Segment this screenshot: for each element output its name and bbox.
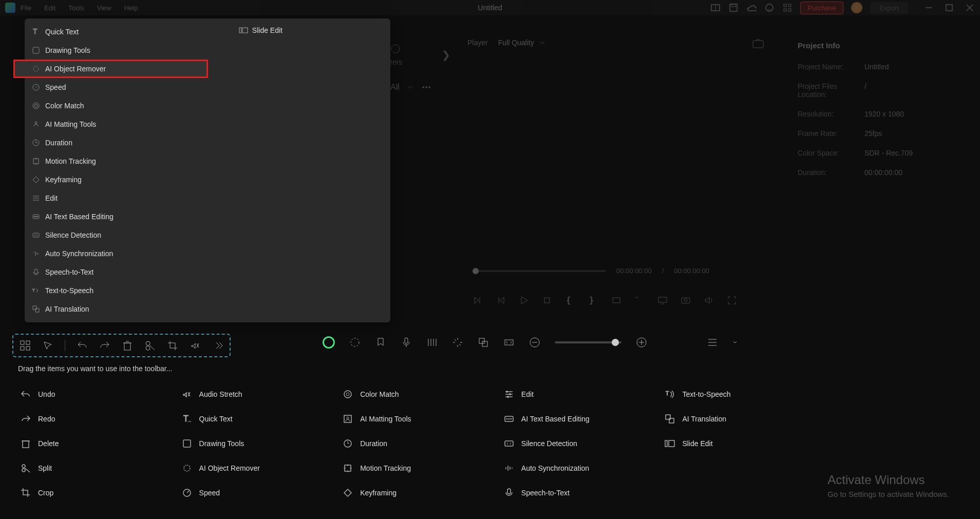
customize-item-crop[interactable]: Crop bbox=[18, 483, 169, 503]
chevron-down-icon[interactable] bbox=[732, 340, 738, 345]
text-to-speech-menu-item[interactable]: T Text-to-Speech bbox=[25, 281, 390, 300]
save-icon[interactable] bbox=[728, 3, 739, 13]
customize-item-matting[interactable]: AI Matting Tools bbox=[340, 409, 491, 429]
aspect-chevron-icon[interactable] bbox=[634, 295, 645, 305]
cloud-icon[interactable] bbox=[746, 3, 757, 13]
mark-out-icon[interactable]: } bbox=[588, 295, 598, 305]
more-icon[interactable] bbox=[421, 82, 431, 92]
fit-icon[interactable] bbox=[503, 337, 515, 348]
quick-text-menu-item[interactable]: T Quick Text bbox=[25, 23, 390, 41]
more-icon[interactable] bbox=[212, 340, 223, 351]
customize-item-speed[interactable]: Speed bbox=[179, 483, 330, 503]
customize-item-tracking[interactable]: Motion Tracking bbox=[340, 458, 491, 478]
light-icon[interactable] bbox=[452, 337, 463, 348]
menu-edit[interactable]: Edit bbox=[44, 4, 55, 12]
zoom-handle[interactable] bbox=[612, 339, 619, 346]
customize-item-translate[interactable]: AI Translation bbox=[662, 409, 813, 429]
mic-icon[interactable] bbox=[401, 337, 412, 348]
play-icon[interactable] bbox=[519, 295, 529, 305]
cursor-icon[interactable] bbox=[42, 340, 53, 351]
customize-item-keyframe[interactable]: Keyframing bbox=[340, 483, 491, 503]
silence-detection-menu-item[interactable]: Silence Detection bbox=[25, 226, 390, 244]
aspect-icon[interactable] bbox=[611, 295, 621, 305]
customize-item-duration[interactable]: Duration bbox=[340, 433, 491, 454]
audio-stretch-icon[interactable] bbox=[190, 340, 201, 351]
customize-item-tts[interactable]: TText-to-Speech bbox=[662, 384, 813, 405]
apps-icon[interactable] bbox=[782, 3, 793, 13]
zoom-out-icon[interactable] bbox=[529, 337, 540, 348]
customize-item-stt[interactable]: Speech-to-Text bbox=[501, 483, 652, 503]
customize-item-undo[interactable]: Undo bbox=[18, 384, 169, 405]
maximize-icon[interactable] bbox=[944, 3, 954, 13]
playback-handle[interactable] bbox=[473, 268, 479, 274]
mark-in-icon[interactable]: { bbox=[565, 295, 575, 305]
snapshot-icon[interactable] bbox=[752, 39, 764, 51]
color-match-menu-item[interactable]: Color Match bbox=[25, 97, 390, 115]
split-icon[interactable] bbox=[144, 340, 156, 351]
customize-item-aitext[interactable]: AI Text Based Editing bbox=[501, 409, 652, 429]
customize-item-slide[interactable]: Slide Edit bbox=[662, 433, 813, 454]
all-dropdown[interactable]: All bbox=[390, 83, 400, 92]
layout-icon[interactable] bbox=[710, 3, 721, 13]
quality-select[interactable]: Full Quality bbox=[498, 39, 545, 47]
zoom-in-icon[interactable] bbox=[636, 337, 647, 348]
stop-icon[interactable] bbox=[542, 295, 552, 305]
marker-icon[interactable] bbox=[375, 337, 386, 348]
support-icon[interactable] bbox=[764, 3, 775, 13]
nav-arrow[interactable]: ❯ bbox=[442, 49, 450, 61]
titlebar: File Edit Tools View Help Untitled Purch… bbox=[0, 0, 980, 15]
customize-item-remove[interactable]: AI Object Remover bbox=[179, 458, 330, 478]
customize-item-split[interactable]: Split bbox=[18, 458, 169, 478]
purchase-button[interactable]: Purchase bbox=[800, 2, 844, 14]
export-button[interactable]: Export bbox=[870, 2, 908, 14]
minimize-icon[interactable] bbox=[924, 3, 934, 13]
fullscreen-icon[interactable] bbox=[727, 295, 737, 305]
speed-menu-item[interactable]: Speed bbox=[25, 78, 390, 97]
customize-item-sync[interactable]: Auto Synchronization bbox=[501, 458, 652, 478]
edit-menu-item[interactable]: Edit bbox=[25, 189, 390, 207]
customize-item-stretch[interactable]: Audio Stretch bbox=[179, 384, 330, 405]
menu-help[interactable]: Help bbox=[124, 4, 138, 12]
ai-object-remover-menu-item[interactable]: AI Object Remover bbox=[13, 60, 208, 78]
sync-icon bbox=[32, 249, 40, 258]
audio-mix-icon[interactable] bbox=[426, 337, 438, 348]
drawing-tools-menu-item[interactable]: Drawing Tools bbox=[25, 41, 390, 60]
customize-item-edit[interactable]: Edit bbox=[501, 384, 652, 405]
display-icon[interactable] bbox=[657, 295, 668, 305]
customize-item-redo[interactable]: Redo bbox=[18, 409, 169, 429]
group-icon[interactable] bbox=[478, 337, 489, 348]
customize-item-color[interactable]: Color Match bbox=[340, 384, 491, 405]
motion-tracking-menu-item[interactable]: Motion Tracking bbox=[25, 152, 390, 170]
slide-edit-menu-item[interactable]: Slide Edit bbox=[239, 26, 282, 34]
prev-frame-icon[interactable] bbox=[473, 295, 483, 305]
next-frame-icon[interactable] bbox=[496, 295, 506, 305]
zoom-slider[interactable] bbox=[555, 341, 621, 343]
customize-item-text[interactable]: TQuick Text bbox=[179, 409, 330, 429]
duration-menu-item[interactable]: Duration bbox=[25, 133, 390, 152]
track-view-icon[interactable] bbox=[707, 337, 718, 348]
menu-tools[interactable]: Tools bbox=[68, 4, 84, 12]
close-icon[interactable] bbox=[965, 3, 975, 13]
redo-icon[interactable] bbox=[99, 340, 110, 351]
record-icon[interactable] bbox=[323, 336, 335, 349]
volume-icon[interactable] bbox=[704, 295, 714, 305]
undo-icon[interactable] bbox=[77, 340, 88, 351]
keyframing-menu-item[interactable]: Keyframing bbox=[25, 170, 390, 189]
crop-icon[interactable] bbox=[167, 340, 178, 351]
globe-icon[interactable] bbox=[851, 2, 862, 13]
customize-item-delete[interactable]: Delete bbox=[18, 433, 169, 454]
menu-view[interactable]: View bbox=[97, 4, 111, 12]
playback-slider[interactable] bbox=[473, 270, 606, 272]
customize-item-silence[interactable]: Silence Detection bbox=[501, 433, 652, 454]
ai-translation-menu-item[interactable]: AI Translation bbox=[25, 300, 390, 318]
auto-sync-menu-item[interactable]: Auto Synchronization bbox=[25, 244, 390, 263]
delete-icon[interactable] bbox=[122, 340, 133, 351]
ai-matting-menu-item[interactable]: AI Matting Tools bbox=[25, 115, 390, 133]
ai-text-editing-menu-item[interactable]: AI Text Based Editing bbox=[25, 207, 390, 226]
camera-icon[interactable] bbox=[681, 295, 691, 305]
customize-item-draw[interactable]: Drawing Tools bbox=[179, 433, 330, 454]
apps-icon[interactable] bbox=[20, 340, 31, 351]
render-icon[interactable] bbox=[349, 337, 361, 348]
speech-to-text-menu-item[interactable]: Speech-to-Text bbox=[25, 263, 390, 281]
menu-file[interactable]: File bbox=[21, 4, 31, 12]
